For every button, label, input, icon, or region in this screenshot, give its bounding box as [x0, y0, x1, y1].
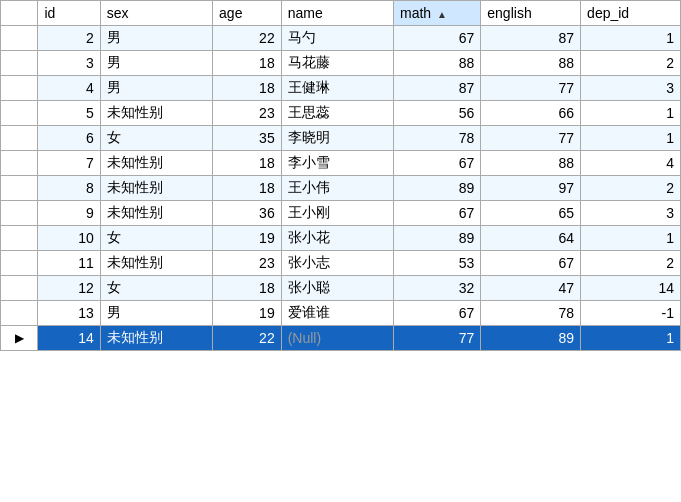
cell-dep_id[interactable]: 1: [581, 126, 681, 151]
cell-english[interactable]: 66: [481, 101, 581, 126]
cell-id[interactable]: 8: [38, 176, 100, 201]
table-row[interactable]: 5未知性别23王思蕊56661: [1, 101, 681, 126]
cell-sex[interactable]: 女: [100, 276, 212, 301]
cell-math[interactable]: 89: [393, 226, 480, 251]
table-row[interactable]: 3男18马花藤88882: [1, 51, 681, 76]
cell-id[interactable]: 10: [38, 226, 100, 251]
cell-sex[interactable]: 男: [100, 26, 212, 51]
cell-math[interactable]: 56: [393, 101, 480, 126]
cell-dep_id[interactable]: -1: [581, 301, 681, 326]
cell-name[interactable]: 马勺: [281, 26, 393, 51]
cell-age[interactable]: 18: [213, 51, 282, 76]
cell-age[interactable]: 18: [213, 151, 282, 176]
cell-dep_id[interactable]: 2: [581, 176, 681, 201]
cell-id[interactable]: 11: [38, 251, 100, 276]
cell-id[interactable]: 13: [38, 301, 100, 326]
cell-math[interactable]: 87: [393, 76, 480, 101]
cell-dep_id[interactable]: 2: [581, 251, 681, 276]
cell-math[interactable]: 67: [393, 301, 480, 326]
cell-english[interactable]: 65: [481, 201, 581, 226]
column-header-english[interactable]: english: [481, 1, 581, 26]
cell-name[interactable]: 李晓明: [281, 126, 393, 151]
cell-sex[interactable]: 未知性别: [100, 151, 212, 176]
cell-age[interactable]: 18: [213, 276, 282, 301]
table-row[interactable]: 13男19爱谁谁6778-1: [1, 301, 681, 326]
column-header-sex[interactable]: sex: [100, 1, 212, 26]
cell-sex[interactable]: 男: [100, 76, 212, 101]
cell-name[interactable]: 李小雪: [281, 151, 393, 176]
table-row[interactable]: 4男18王健琳87773: [1, 76, 681, 101]
cell-age[interactable]: 19: [213, 301, 282, 326]
cell-math[interactable]: 53: [393, 251, 480, 276]
cell-english[interactable]: 64: [481, 226, 581, 251]
cell-math[interactable]: 67: [393, 201, 480, 226]
cell-math[interactable]: 67: [393, 151, 480, 176]
cell-dep_id[interactable]: 3: [581, 76, 681, 101]
cell-id[interactable]: 7: [38, 151, 100, 176]
table-row[interactable]: 11未知性别23张小志53672: [1, 251, 681, 276]
cell-name[interactable]: 王小伟: [281, 176, 393, 201]
cell-age[interactable]: 23: [213, 251, 282, 276]
column-header-id[interactable]: id: [38, 1, 100, 26]
cell-name[interactable]: 张小志: [281, 251, 393, 276]
cell-dep_id[interactable]: 1: [581, 226, 681, 251]
cell-age[interactable]: 22: [213, 326, 282, 351]
cell-name[interactable]: 爱谁谁: [281, 301, 393, 326]
cell-dep_id[interactable]: 1: [581, 26, 681, 51]
cell-english[interactable]: 89: [481, 326, 581, 351]
cell-english[interactable]: 77: [481, 76, 581, 101]
cell-id[interactable]: 5: [38, 101, 100, 126]
cell-english[interactable]: 67: [481, 251, 581, 276]
cell-name[interactable]: 王小刚: [281, 201, 393, 226]
cell-math[interactable]: 32: [393, 276, 480, 301]
cell-english[interactable]: 78: [481, 301, 581, 326]
table-row[interactable]: 7未知性别18李小雪67884: [1, 151, 681, 176]
cell-age[interactable]: 19: [213, 226, 282, 251]
cell-id[interactable]: 14: [38, 326, 100, 351]
column-header-dep_id[interactable]: dep_id: [581, 1, 681, 26]
table-row[interactable]: 12女18张小聪324714: [1, 276, 681, 301]
cell-id[interactable]: 4: [38, 76, 100, 101]
cell-sex[interactable]: 未知性别: [100, 176, 212, 201]
column-header-name[interactable]: name: [281, 1, 393, 26]
cell-dep_id[interactable]: 1: [581, 326, 681, 351]
cell-sex[interactable]: 未知性别: [100, 326, 212, 351]
cell-sex[interactable]: 女: [100, 226, 212, 251]
cell-sex[interactable]: 未知性别: [100, 251, 212, 276]
cell-sex[interactable]: 男: [100, 51, 212, 76]
cell-age[interactable]: 18: [213, 176, 282, 201]
cell-dep_id[interactable]: 14: [581, 276, 681, 301]
cell-id[interactable]: 6: [38, 126, 100, 151]
column-header-arrow[interactable]: [1, 1, 38, 26]
cell-name[interactable]: 张小花: [281, 226, 393, 251]
cell-id[interactable]: 12: [38, 276, 100, 301]
cell-math[interactable]: 88: [393, 51, 480, 76]
table-row[interactable]: ▶14未知性别22(Null)77891: [1, 326, 681, 351]
cell-english[interactable]: 47: [481, 276, 581, 301]
column-header-age[interactable]: age: [213, 1, 282, 26]
cell-sex[interactable]: 未知性别: [100, 201, 212, 226]
cell-math[interactable]: 77: [393, 326, 480, 351]
cell-name[interactable]: 马花藤: [281, 51, 393, 76]
cell-name[interactable]: 王健琳: [281, 76, 393, 101]
cell-id[interactable]: 3: [38, 51, 100, 76]
table-row[interactable]: 8未知性别18王小伟89972: [1, 176, 681, 201]
cell-english[interactable]: 88: [481, 51, 581, 76]
table-row[interactable]: 6女35李晓明78771: [1, 126, 681, 151]
cell-dep_id[interactable]: 2: [581, 51, 681, 76]
cell-dep_id[interactable]: 3: [581, 201, 681, 226]
table-row[interactable]: 2男22马勺67871: [1, 26, 681, 51]
cell-math[interactable]: 67: [393, 26, 480, 51]
cell-sex[interactable]: 女: [100, 126, 212, 151]
cell-math[interactable]: 89: [393, 176, 480, 201]
cell-dep_id[interactable]: 1: [581, 101, 681, 126]
table-row[interactable]: 9未知性别36王小刚67653: [1, 201, 681, 226]
cell-age[interactable]: 22: [213, 26, 282, 51]
cell-dep_id[interactable]: 4: [581, 151, 681, 176]
cell-math[interactable]: 78: [393, 126, 480, 151]
cell-age[interactable]: 36: [213, 201, 282, 226]
cell-sex[interactable]: 未知性别: [100, 101, 212, 126]
table-row[interactable]: 10女19张小花89641: [1, 226, 681, 251]
cell-age[interactable]: 23: [213, 101, 282, 126]
cell-sex[interactable]: 男: [100, 301, 212, 326]
